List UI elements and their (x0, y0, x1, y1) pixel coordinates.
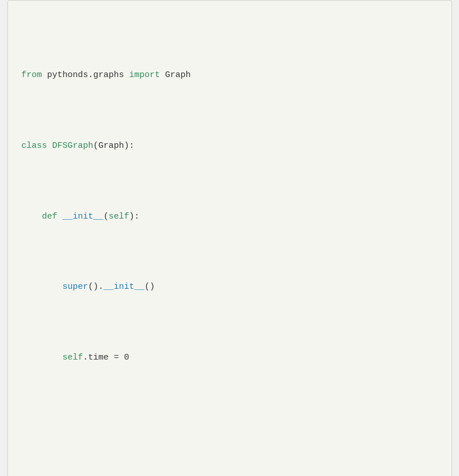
code-line-1: from pythonds.graphs import Graph (22, 68, 438, 83)
code-block: from pythonds.graphs import Graph class … (22, 12, 438, 476)
code-line-2: class DFSGraph(Graph): (22, 139, 438, 154)
code-line-4: super().__init__() (22, 280, 438, 295)
code-line-3: def __init__(self): (22, 210, 438, 224)
code-line-5: self.time = 0 (22, 351, 438, 365)
code-container: from pythonds.graphs import Graph class … (7, 0, 452, 476)
code-line-6 (22, 422, 438, 436)
